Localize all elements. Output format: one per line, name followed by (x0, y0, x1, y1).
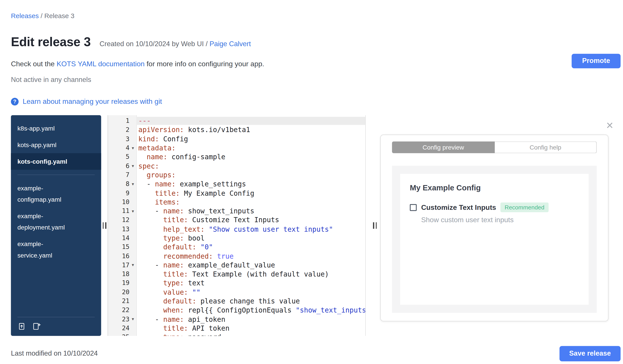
code-line-15[interactable]: 15 default: "0" (108, 243, 365, 252)
code-text: - name: example_settings (136, 180, 365, 188)
promote-button[interactable]: Promote (572, 54, 621, 68)
file-item-example-configmap-yaml[interactable]: example-configmap.yaml (11, 180, 101, 208)
code-line-3[interactable]: 3kind: Config (108, 135, 365, 143)
code-text: default: "0" (136, 243, 365, 251)
page-footer: Last modified on 10/10/2024 Save release (11, 346, 621, 361)
config-item-label: Customize Text Inputs (421, 203, 496, 212)
code-text: --- (136, 117, 365, 125)
git-releases-link[interactable]: Learn about managing your releases with … (22, 97, 162, 106)
file-list: k8s-app.yamlkots-app.yamlkots-config.yam… (11, 120, 101, 263)
code-line-10[interactable]: 10 items: (108, 198, 365, 206)
code-text: - name: api_token (136, 315, 365, 323)
tab-config-preview[interactable]: Config preview (392, 141, 494, 153)
code-editor[interactable]: 1---2apiVersion: kots.io/v1beta13kind: C… (108, 115, 365, 336)
code-line-14[interactable]: 14 type: bool (108, 233, 365, 243)
file-sidebar: k8s-app.yamlkots-app.yamlkots-config.yam… (11, 115, 101, 336)
config-form: My Example Config Customize Text Inputs … (400, 174, 589, 305)
customize-text-inputs-checkbox[interactable] (410, 204, 417, 211)
fold-chevron-icon[interactable]: ▾ (130, 145, 136, 151)
code-line-6[interactable]: 6▾spec: (108, 162, 365, 170)
doc-text-before: Check out the (11, 60, 57, 68)
file-item-example-deployment-yaml[interactable]: example-deployment.yaml (11, 208, 101, 236)
code-text: name: config-sample (136, 153, 365, 161)
code-line-17[interactable]: 17▾ - name: example_default_value (108, 261, 365, 270)
line-number: 14 (108, 234, 130, 242)
fold-chevron-icon[interactable]: ▾ (130, 181, 136, 187)
sidebar-footer-divider (18, 317, 95, 317)
fold-chevron-icon[interactable]: ▾ (130, 263, 136, 268)
code-line-12[interactable]: 12 title: Customize Text Inputs (108, 216, 365, 225)
page: Releases / Release 3 Edit release 3 Crea… (0, 0, 623, 364)
code-line-1[interactable]: 1--- (108, 116, 365, 125)
code-text: groups: (136, 171, 365, 179)
line-number: 10 (108, 198, 130, 206)
sidebar-footer (11, 317, 101, 336)
code-line-8[interactable]: 8▾ - name: example_settings (108, 180, 365, 189)
code-line-19[interactable]: 19 type: text (108, 279, 365, 288)
config-group-title: My Example Config (410, 183, 579, 192)
fold-chevron-icon[interactable]: ▾ (130, 208, 136, 214)
code-text: title: Customize Text Inputs (136, 216, 365, 224)
kots-docs-link[interactable]: KOTS YAML documentation (57, 60, 145, 68)
config-item-help-text: Show custom user text inputs (421, 216, 579, 224)
line-number: 5 (108, 153, 130, 161)
sidebar-actions (18, 322, 95, 330)
code-line-5[interactable]: 5 name: config-sample (108, 152, 365, 162)
code-line-16[interactable]: 16 recommended: true (108, 252, 365, 261)
config-item-row: Customize Text Inputs Recommended (410, 202, 579, 212)
code-line-23[interactable]: 23▾ - name: api_token (108, 315, 365, 324)
line-number: 4 (108, 144, 130, 152)
line-number: 13 (108, 225, 130, 233)
code-line-18[interactable]: 18 title: Text Example (with default val… (108, 270, 365, 279)
code-line-24[interactable]: 24 title: API token (108, 324, 365, 333)
fold-chevron-icon[interactable]: ▾ (130, 317, 136, 322)
new-file-icon[interactable] (32, 322, 41, 330)
file-item-k8s-app-yaml[interactable]: k8s-app.yaml (11, 120, 101, 137)
line-number: 22 (108, 306, 130, 314)
code-line-9[interactable]: 9 title: My Example Config (108, 188, 365, 198)
fold-chevron-icon[interactable]: ▾ (130, 163, 136, 169)
code-line-11[interactable]: 11▾ - name: show_text_inputs (108, 206, 365, 216)
code-line-7[interactable]: 7 groups: (108, 170, 365, 180)
close-icon[interactable]: × (606, 119, 613, 131)
breadcrumb-releases-link[interactable]: Releases (11, 12, 39, 20)
file-item-label: k8s-app.yaml (18, 122, 55, 134)
code-line-22[interactable]: 22 when: repl{{ ConfigOptionEquals "show… (108, 306, 365, 315)
created-info: Created on 10/10/2024 by Web UI / Paige … (99, 40, 251, 48)
code-line-25[interactable]: 25 type: password (108, 333, 365, 336)
file-item-kots-app-yaml[interactable]: kots-app.yaml (11, 137, 101, 153)
code-line-20[interactable]: 20 value: "" (108, 288, 365, 297)
preview-resize-handle[interactable] (373, 222, 377, 229)
code-line-2[interactable]: 2apiVersion: kots.io/v1beta1 (108, 125, 365, 135)
title-row: Edit release 3 Created on 10/10/2024 by … (11, 35, 621, 49)
file-item-label: example-deployment.yaml (18, 210, 77, 233)
preview-pane: × Config preview Config help My Example … (365, 115, 621, 336)
sidebar-resize-handle[interactable] (103, 222, 106, 229)
breadcrumb-current: Release 3 (44, 12, 74, 20)
line-number: 25 (108, 334, 130, 336)
line-number: 20 (108, 288, 130, 296)
line-number: 1 (108, 117, 130, 124)
code-text: title: My Example Config (136, 189, 365, 197)
file-item-label: kots-app.yaml (18, 139, 57, 150)
code-line-21[interactable]: 21 default: please change this value (108, 297, 365, 306)
file-item-example-service-yaml[interactable]: example-service.yaml (11, 236, 101, 263)
line-number: 18 (108, 271, 130, 278)
code-line-4[interactable]: 4▾metadata: (108, 143, 365, 152)
code-text: recommended: true (136, 252, 365, 260)
save-release-button[interactable]: Save release (559, 346, 621, 361)
file-item-label: kots-config.yaml (18, 156, 67, 167)
author-link[interactable]: Paige Calvert (210, 40, 251, 48)
code-text: kind: Config (136, 135, 365, 143)
line-number: 15 (108, 243, 130, 251)
file-item-kots-config-yaml[interactable]: kots-config.yaml (11, 153, 101, 170)
code-text: - name: show_text_inputs (136, 207, 365, 215)
created-text: Created on 10/10/2024 by Web UI / (99, 40, 209, 48)
code-line-13[interactable]: 13 help_text: "Show custom user text inp… (108, 225, 365, 234)
code-text: help_text: "Show custom user text inputs… (136, 225, 365, 233)
tab-config-help[interactable]: Config help (494, 141, 597, 153)
upload-file-icon[interactable] (18, 322, 26, 330)
doc-line: Check out the KOTS YAML documentation fo… (11, 60, 621, 68)
line-number: 12 (108, 217, 130, 224)
question-mark-icon[interactable]: ? (11, 98, 19, 106)
